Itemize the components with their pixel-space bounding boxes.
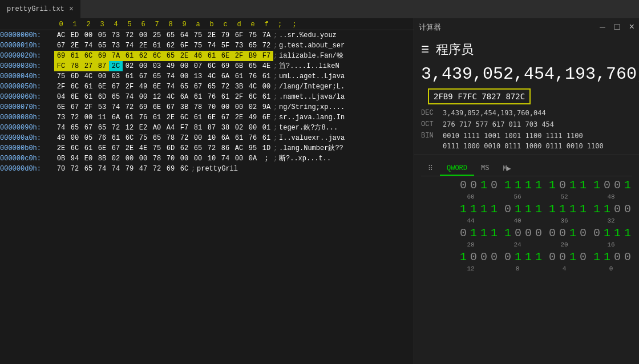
hex-byte[interactable]: 65 [191,143,205,153]
hex-byte[interactable]: 4C [246,82,260,92]
bit-digit[interactable]: 0 [613,179,622,192]
hex-byte[interactable]: 9A [260,102,273,112]
hex-byte[interactable]: 6C [205,61,219,71]
hex-byte[interactable]: 72 [205,143,219,153]
hex-byte[interactable]: 87 [205,123,219,133]
hex-byte[interactable]: 6F [177,41,191,51]
hex-byte[interactable]: 76 [205,92,219,102]
hex-byte[interactable]: 76 [246,133,260,143]
hex-byte[interactable]: 65 [68,123,82,133]
hex-byte[interactable]: 65 [82,164,95,174]
hex-byte[interactable]: 61 [82,92,95,102]
hex-byte[interactable]: 6E [95,143,109,153]
hex-byte[interactable]: 61 [191,92,205,102]
hex-byte[interactable]: 00 [191,133,205,143]
hex-byte[interactable]: 73 [232,41,246,51]
bit-digit[interactable]: 1 [534,203,543,216]
bit-digit[interactable]: 1 [524,203,533,216]
hex-byte[interactable]: 72 [123,30,136,41]
hex-byte[interactable]: 95 [246,143,260,153]
hex-byte[interactable]: AC [54,30,68,41]
hex-byte[interactable]: 6E [54,102,68,112]
bit-digit[interactable]: 0 [513,227,523,240]
hex-byte[interactable]: 6C [68,143,82,153]
hex-byte[interactable]: 62 [177,143,191,153]
hex-byte[interactable]: 86 [219,143,232,153]
hex-byte[interactable]: 61 [260,133,273,143]
hex-byte[interactable]: 53 [95,102,109,112]
hex-byte[interactable]: 1D [260,143,273,153]
hex-byte[interactable]: 12 [123,123,136,133]
hex-byte[interactable]: 2C [109,61,123,71]
maximize-button[interactable]: □ [614,22,620,33]
bit-digit[interactable]: 1 [490,203,499,216]
bit-digit[interactable]: 1 [548,179,557,192]
hex-byte[interactable]: 69 [164,164,177,174]
hex-byte[interactable]: 3B [232,82,246,92]
hex-byte[interactable]: 67 [191,82,205,92]
hex-byte[interactable]: F7 [260,51,273,61]
bit-digit[interactable]: 1 [579,203,588,216]
hex-byte[interactable]: 61 [219,92,232,102]
hex-byte[interactable]: 87 [95,61,109,71]
bit-digit[interactable]: 1 [513,250,523,264]
hex-byte[interactable]: 6E [95,82,109,92]
hex-byte[interactable]: 2F [123,82,136,92]
hex-byte[interactable]: 2E [164,112,177,123]
hex-byte[interactable]: 61 [82,82,95,92]
bit-digit[interactable]: 1 [602,227,612,240]
hex-byte[interactable]: 61 [232,133,246,143]
hex-byte[interactable]: 61 [68,51,82,61]
bit-digit[interactable]: 0 [613,250,622,264]
hex-byte[interactable]: 75 [150,143,164,153]
hex-byte[interactable]: 74 [109,102,123,112]
hex-byte[interactable]: 0A [246,153,260,164]
hex-byte[interactable]: E2 [136,123,150,133]
hex-byte[interactable]: 2E [68,41,82,51]
bit-digit[interactable]: 0 [459,179,468,192]
hex-byte[interactable]: 76 [246,71,260,82]
hex-byte[interactable]: 72 [177,133,191,143]
hex-byte[interactable]: 75 [191,41,205,51]
hex-byte[interactable]: 72 [109,123,123,133]
hex-byte[interactable]: 70 [164,153,177,164]
hex-byte[interactable]: 47 [136,164,150,174]
hex-byte[interactable]: 6B [232,61,246,71]
hex-byte[interactable]: 61 [123,71,136,82]
hex-byte[interactable]: 69 [54,51,68,61]
bit-digit[interactable]: 0 [623,250,632,264]
bit-digit[interactable]: 1 [623,179,632,192]
hex-byte[interactable]: 65 [95,41,109,51]
hex-byte[interactable]: A0 [150,123,164,133]
hex-byte[interactable]: 70 [54,164,68,174]
hex-byte[interactable]: 6C [150,51,164,61]
hex-byte[interactable]: 7A [260,30,273,41]
hex-byte[interactable]: 2F [232,92,246,102]
hex-byte[interactable]: 6D [95,92,109,102]
close-button[interactable]: × [629,22,634,33]
hex-byte[interactable]: 00 [95,71,109,82]
hex-byte[interactable]: 69 [95,51,109,61]
hex-byte[interactable]: 00 [136,61,150,71]
hex-byte[interactable]: 6C [123,133,136,143]
hex-byte[interactable]: 74 [164,71,177,82]
hex-byte[interactable]: 00 [82,112,95,123]
hex-byte[interactable]: 4C [205,71,219,82]
hex-byte[interactable]: 72 [123,102,136,112]
bit-digit[interactable]: 1 [534,179,543,192]
hex-byte[interactable]: 6C [177,164,191,174]
hex-byte[interactable]: 69 [136,102,150,112]
hex-byte[interactable]: 27 [82,61,95,71]
hex-byte[interactable]: 00 [136,153,150,164]
hex-byte[interactable]: 62 [164,41,177,51]
tab-close-button[interactable]: × [69,5,74,14]
hex-byte[interactable]: 78 [150,153,164,164]
hex-byte[interactable]: 61 [191,112,205,123]
hex-byte[interactable]: 72 [260,41,273,51]
hex-byte[interactable]: 67 [109,143,123,153]
hex-byte[interactable]: 74 [205,41,219,51]
hex-byte[interactable]: 4E [136,143,150,153]
hex-byte[interactable]: 94 [68,153,82,164]
hex-byte[interactable]: 4C [82,71,95,82]
hex-byte[interactable]: 62 [136,51,150,61]
